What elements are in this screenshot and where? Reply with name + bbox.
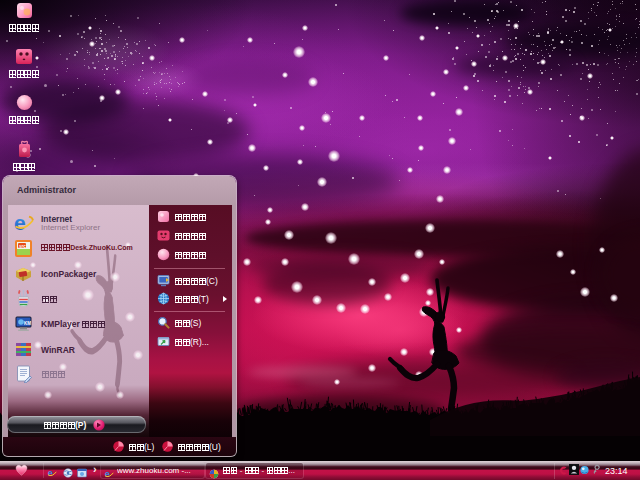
svg-text:e: e bbox=[14, 212, 26, 232]
svg-text:KM: KM bbox=[24, 321, 31, 326]
svg-text:src: src bbox=[19, 244, 26, 249]
svg-text:e: e bbox=[48, 468, 53, 478]
svg-text:e: e bbox=[105, 469, 110, 479]
